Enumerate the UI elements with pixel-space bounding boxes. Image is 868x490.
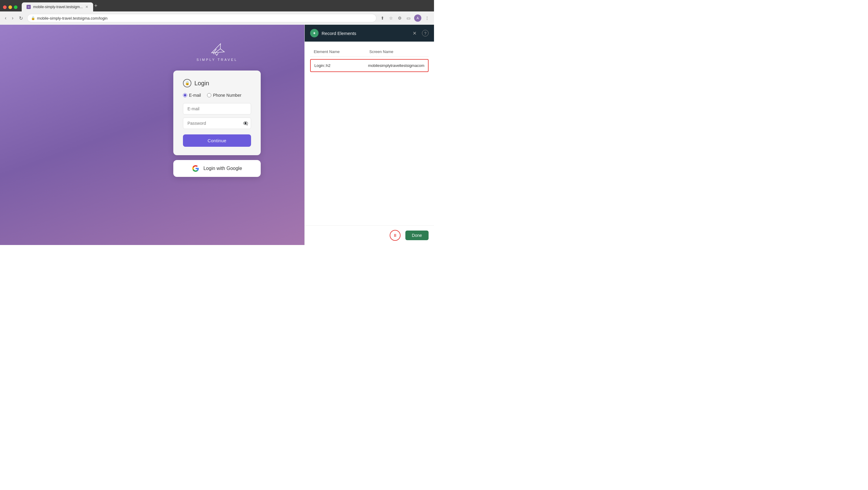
tab-favicon: ✈ bbox=[27, 5, 31, 9]
address-bar[interactable]: 🔒 mobile-simply-travel.testsigma.com/log… bbox=[27, 14, 376, 22]
fullscreen-traffic-light[interactable] bbox=[14, 5, 18, 9]
record-panel-title: Record Elements bbox=[321, 31, 410, 36]
phone-radio-input[interactable] bbox=[207, 93, 211, 97]
back-button[interactable]: ‹ bbox=[4, 14, 7, 22]
browser-chrome: ✈ mobile-simply-travel.testsigm... ✕ + ‹… bbox=[0, 0, 434, 25]
row-element-name: Login::h2 bbox=[314, 63, 368, 68]
help-icon[interactable]: ? bbox=[422, 30, 429, 36]
brand-name: SIMPLY TRAVEL bbox=[196, 58, 238, 61]
google-login-label: Login with Google bbox=[204, 166, 242, 171]
record-panel-footer: ⏸ Done bbox=[305, 225, 434, 245]
login-title-row: 🔒 Login bbox=[183, 79, 251, 87]
login-card: 🔒 Login E-mail Phone Number 👁‍🗨 Continue bbox=[173, 70, 261, 155]
share-button[interactable]: ⬆ bbox=[379, 14, 385, 22]
email-radio-input[interactable] bbox=[183, 93, 187, 97]
tab-label: mobile-simply-travel.testsigm... bbox=[33, 5, 83, 9]
password-toggle-icon[interactable]: 👁‍🗨 bbox=[243, 121, 248, 126]
record-panel-body: Element Name Screen Name Login::h2 mobil… bbox=[305, 41, 434, 225]
nav-bar: ‹ › ↻ 🔒 mobile-simply-travel.testsigma.c… bbox=[0, 11, 434, 25]
testsigma-icon: ✦ bbox=[310, 29, 318, 37]
email-input[interactable] bbox=[183, 103, 251, 115]
table-header: Element Name Screen Name bbox=[310, 47, 429, 57]
tab-bar: ✈ mobile-simply-travel.testsigm... ✕ + bbox=[0, 0, 434, 11]
login-type-radio-group: E-mail Phone Number bbox=[183, 93, 251, 98]
pin-icon[interactable]: ✕ bbox=[412, 30, 416, 36]
row-screen-name: mobilesimplytraveltestsigmacom bbox=[368, 63, 424, 68]
traffic-lights bbox=[3, 5, 18, 11]
plane-icon bbox=[207, 41, 227, 59]
password-wrapper: 👁‍🗨 bbox=[183, 118, 251, 129]
close-traffic-light[interactable] bbox=[3, 5, 7, 9]
login-heading: Login bbox=[194, 80, 209, 87]
google-login-button[interactable]: Login with Google bbox=[173, 160, 261, 177]
col-screen-name: Screen Name bbox=[370, 50, 425, 54]
user-avatar[interactable]: A bbox=[414, 14, 421, 22]
lock-security-icon: 🔒 bbox=[31, 16, 35, 20]
tab-close-button[interactable]: ✕ bbox=[85, 5, 88, 9]
main-content: SIMPLY TRAVEL 🔒 Login E-mail Phone Numbe… bbox=[0, 25, 434, 245]
extensions-button[interactable]: ⚙ bbox=[397, 14, 403, 22]
reload-button[interactable]: ↻ bbox=[18, 14, 24, 22]
email-radio-option[interactable]: E-mail bbox=[183, 93, 201, 98]
email-radio-label: E-mail bbox=[189, 93, 201, 98]
new-tab-button[interactable]: + bbox=[94, 3, 98, 11]
phone-radio-label: Phone Number bbox=[213, 93, 241, 98]
sidebar-toggle-button[interactable]: ▭ bbox=[405, 14, 412, 22]
active-tab[interactable]: ✈ mobile-simply-travel.testsigm... ✕ bbox=[22, 2, 93, 11]
url-text: mobile-simply-travel.testsigma.com/login bbox=[37, 16, 107, 21]
bookmark-button[interactable]: ☆ bbox=[388, 14, 394, 22]
table-row-selected[interactable]: Login::h2 mobilesimplytraveltestsigmacom bbox=[310, 59, 429, 72]
logo-section: SIMPLY TRAVEL bbox=[196, 43, 238, 61]
done-button[interactable]: Done bbox=[405, 231, 429, 240]
forward-button[interactable]: › bbox=[10, 14, 14, 22]
continue-button[interactable]: Continue bbox=[183, 134, 251, 147]
pause-button[interactable]: ⏸ bbox=[390, 230, 401, 241]
record-panel-header: ✦ Record Elements ✕ ? bbox=[305, 25, 434, 41]
login-lock-icon: 🔒 bbox=[183, 79, 191, 87]
menu-button[interactable]: ⋮ bbox=[424, 14, 430, 22]
nav-actions: ⬆ ☆ ⚙ ▭ A ⋮ bbox=[379, 14, 430, 22]
password-input[interactable] bbox=[183, 118, 251, 129]
google-icon bbox=[192, 165, 199, 172]
col-element-name: Element Name bbox=[314, 50, 370, 54]
record-elements-panel: ✦ Record Elements ✕ ? Element Name Scree… bbox=[304, 25, 434, 245]
minimize-traffic-light[interactable] bbox=[8, 5, 12, 9]
phone-radio-option[interactable]: Phone Number bbox=[207, 93, 241, 98]
